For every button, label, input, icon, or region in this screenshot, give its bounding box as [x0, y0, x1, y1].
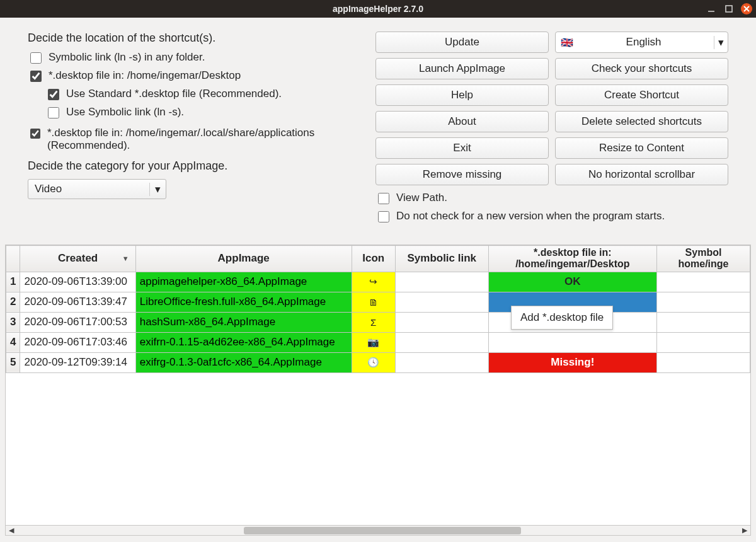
table-row[interactable]: 42020-09-06T17:03:46exifrn-0.1.15-a4d62e…: [6, 332, 750, 352]
cell-icon[interactable]: 🕓: [352, 352, 395, 372]
cell-symlink[interactable]: [395, 292, 488, 312]
header-label: Icon: [362, 252, 384, 264]
scroll-left-icon[interactable]: ◀: [7, 526, 16, 534]
cell-created[interactable]: 2020-09-06T13:39:00: [20, 272, 135, 292]
checkbox-input[interactable]: [378, 193, 389, 204]
cell-appimage[interactable]: LibreOffice-fresh.full-x86_64.AppImage: [135, 292, 352, 312]
button-label: Update: [445, 36, 479, 49]
cell-desktop-file-1[interactable]: Missing!: [488, 352, 656, 372]
svg-rect-1: [726, 6, 732, 12]
checkbox-no-update-check[interactable]: Do not check for a new version when the …: [375, 210, 728, 224]
checkbox-view-path[interactable]: View Path.: [375, 192, 728, 206]
cell-icon[interactable]: Σ: [352, 312, 395, 332]
cell-appimage[interactable]: hashSum-x86_64.AppImage: [135, 312, 352, 332]
chevron-down-icon: ▾: [149, 183, 161, 196]
checkbox-input[interactable]: [378, 211, 389, 222]
checkbox-label: Use Symbolic link (ln -s).: [66, 106, 184, 118]
category-select[interactable]: Video ▾: [28, 179, 166, 199]
category-heading: Decide the category for your AppImage.: [28, 159, 360, 173]
button-label: Remove missing: [423, 168, 502, 181]
cell-symlink[interactable]: [395, 352, 488, 372]
header-icon[interactable]: Icon: [352, 246, 395, 272]
checkbox-label: *.desktop file in: /home/ingemar/Desktop: [49, 69, 241, 82]
close-button[interactable]: [741, 3, 752, 14]
left-column: Decide the location of the shortcut(s). …: [28, 32, 360, 228]
no-hscrollbar-button[interactable]: No horizontal scrollbar: [555, 164, 728, 185]
exit-button[interactable]: Exit: [375, 137, 549, 159]
checkbox-label: View Path.: [396, 192, 447, 204]
button-label: Delete selected shortcuts: [581, 115, 702, 128]
delete-shortcuts-button[interactable]: Delete selected shortcuts: [555, 111, 728, 132]
cell-created[interactable]: 2020-09-12T09:39:14: [20, 352, 135, 372]
checkbox-use-standard[interactable]: Use Standard *.desktop file (Recommended…: [45, 88, 360, 102]
checkbox-label: Do not check for a new version when the …: [396, 210, 665, 222]
header-created[interactable]: Created ▼: [20, 246, 135, 272]
cell-symlink[interactable]: [395, 272, 488, 292]
update-button[interactable]: Update: [375, 32, 549, 53]
checkbox-input[interactable]: [30, 128, 40, 139]
cell-icon[interactable]: 🗎: [352, 292, 395, 312]
table-body: 12020-09-06T13:39:00appimagehelper-x86_6…: [6, 272, 750, 372]
cell-symlink[interactable]: [395, 312, 488, 332]
header-desktop-file-2[interactable]: Symbol home/inge: [656, 246, 750, 272]
cell-desktop-file-2[interactable]: [656, 292, 750, 312]
table-row[interactable]: 22020-09-06T13:39:47LibreOffice-fresh.fu…: [6, 292, 750, 312]
flag-icon: 🇬🇧: [561, 37, 573, 49]
context-menu-item-add-desktop[interactable]: Add *.desktop file: [520, 311, 604, 324]
app-icon: ↪: [369, 276, 377, 287]
checkbox-input[interactable]: [30, 71, 42, 82]
scrollbar-thumb[interactable]: [244, 527, 521, 534]
check-shortcuts-button[interactable]: Check your shortcuts: [555, 58, 728, 79]
about-button[interactable]: About: [375, 111, 549, 132]
app-icon: 🕓: [367, 357, 379, 367]
button-grid: Update 🇬🇧 English ▾ Launch AppImage Chec…: [375, 32, 728, 185]
cell-symlink[interactable]: [395, 332, 488, 352]
horizontal-scrollbar[interactable]: ◀ ▶: [6, 525, 750, 535]
checkbox-use-symlink[interactable]: Use Symbolic link (ln -s).: [45, 106, 360, 120]
header-label: AppImage: [218, 252, 270, 264]
create-shortcut-button[interactable]: Create Shortcut: [555, 84, 728, 106]
language-select[interactable]: 🇬🇧 English ▾: [555, 32, 728, 53]
scroll-right-icon[interactable]: ▶: [740, 526, 749, 534]
button-label: Launch AppImage: [419, 62, 505, 75]
table-row[interactable]: 52020-09-12T09:39:14exifrg-0.1.3-0af1cfc…: [6, 352, 750, 372]
cell-appimage[interactable]: appimagehelper-x86_64.AppImage: [135, 272, 352, 292]
checkbox-symlink-anyfolder[interactable]: Symbolic link (ln -s) in any folder.: [28, 51, 360, 66]
launch-appimage-button[interactable]: Launch AppImage: [375, 58, 549, 79]
cell-icon[interactable]: 📷: [352, 332, 395, 352]
table-row[interactable]: 12020-09-06T13:39:00appimagehelper-x86_6…: [6, 272, 750, 292]
header-appimage[interactable]: AppImage: [135, 246, 352, 272]
header-symbolic-link[interactable]: Symbolic link: [395, 246, 488, 272]
appimage-table-container[interactable]: Created ▼ AppImage Icon Symbolic link *.…: [5, 245, 751, 536]
button-label: Help: [451, 89, 473, 101]
cell-desktop-file-2[interactable]: [656, 272, 750, 292]
checkbox-input[interactable]: [30, 52, 42, 64]
header-desktop-file-1[interactable]: *.desktop file in: /home/ingemar/Desktop: [488, 246, 656, 272]
cell-desktop-file-2[interactable]: [656, 332, 750, 352]
cell-appimage[interactable]: exifrn-0.1.15-a4d62ee-x86_64.AppImage: [135, 332, 352, 352]
checkbox-input[interactable]: [48, 107, 59, 118]
maximize-button[interactable]: [723, 3, 735, 14]
cell-created[interactable]: 2020-09-06T17:03:46: [20, 332, 135, 352]
cell-created[interactable]: 2020-09-06T13:39:47: [20, 292, 135, 312]
checkbox-label: *.desktop file in: /home/ingemar/.local/…: [47, 127, 360, 152]
cell-desktop-file-2[interactable]: [656, 352, 750, 372]
minimize-button[interactable]: [706, 3, 717, 14]
checkbox-input[interactable]: [48, 89, 59, 100]
cell-desktop-file-2[interactable]: [656, 312, 750, 332]
resize-content-button[interactable]: Resize to Content: [555, 137, 728, 159]
header-label: Symbol home/inge: [678, 247, 728, 269]
window-controls: [706, 0, 752, 18]
remove-missing-button[interactable]: Remove missing: [375, 164, 549, 185]
checkbox-desktop-file[interactable]: *.desktop file in: /home/ingemar/Desktop: [28, 69, 360, 84]
cell-icon[interactable]: ↪: [352, 272, 395, 292]
cell-desktop-file-1[interactable]: OK: [488, 272, 656, 292]
cell-created[interactable]: 2020-09-06T17:00:53: [20, 312, 135, 332]
chevron-down-icon: ▼: [122, 255, 129, 262]
cell-desktop-file-1[interactable]: [488, 332, 656, 352]
table-row[interactable]: 32020-09-06T17:00:53hashSum-x86_64.AppIm…: [6, 312, 750, 332]
cell-appimage[interactable]: exifrg-0.1.3-0af1cfc-x86_64.AppImage: [135, 352, 352, 372]
help-button[interactable]: Help: [375, 84, 549, 106]
checkbox-local-applications[interactable]: *.desktop file in: /home/ingemar/.local/…: [28, 127, 360, 152]
button-label: No horizontal scrollbar: [588, 168, 695, 181]
